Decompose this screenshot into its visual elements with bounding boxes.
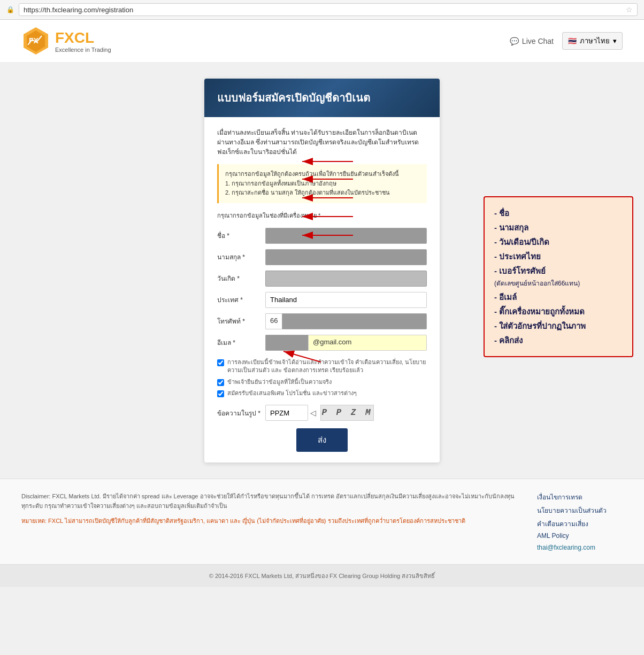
url-text: https://th.fxclearing.com/registration	[24, 6, 133, 14]
annotation-box: - ชื่อ - นามสกุล - วัน/เดือน/ปีเกิด - ปร…	[484, 196, 633, 357]
form-body: เมื่อท่านลงทะเบียนเสร็จสิ้น ท่านจะได้รับ…	[204, 117, 440, 463]
first-name-input-filled	[265, 228, 427, 244]
email-suffix: @gmail.com	[308, 335, 427, 351]
email-row: อีเมล * @gmail.com	[217, 335, 427, 351]
captcha-input[interactable]	[265, 405, 308, 421]
logo-fxcl-text: FXCL	[55, 29, 111, 47]
url-bar[interactable]: https://th.fxclearing.com/registration ☆	[19, 3, 638, 16]
form-title: แบบฟอร์มสมัครเปิดบัญชีดาบิเนต	[204, 79, 440, 117]
last-name-input-filled	[265, 249, 427, 265]
dob-label: วันเกิด *	[217, 273, 265, 283]
phone-prefix: 66	[265, 313, 282, 329]
footer-link-trading-conditions[interactable]: เงื่อนไขการเทรด	[537, 492, 623, 502]
checkbox-confirm-label: ข้าพเจ้ายืนยันว่าข้อมูลที่ให้นี้เป็นความ…	[227, 378, 332, 386]
submit-button[interactable]: ส่ง	[296, 428, 348, 452]
footer-left: Disclaimer: FXCL Markets Ltd. มีรายได้จา…	[21, 492, 516, 551]
annotation-line-10: - คลิกส่ง	[494, 333, 623, 348]
flag-icon: 🇹🇭	[568, 37, 577, 45]
first-name-row: ชื่อ *	[217, 228, 427, 244]
logo-text: FXCL Excellence in Trading	[55, 29, 111, 53]
logo: FX FXCL Excellence in Trading	[21, 26, 111, 56]
chat-icon: 💬	[510, 37, 519, 45]
checkbox-promo[interactable]	[217, 390, 224, 397]
captcha-refresh-icon[interactable]: ◁	[310, 409, 316, 417]
lock-icon: 🔒	[6, 6, 14, 13]
phone-input-filled[interactable]	[282, 313, 427, 329]
last-name-row: นามสกุล *	[217, 249, 427, 265]
logo-tagline-text: Excellence in Trading	[55, 47, 111, 53]
lang-label: ภาษาไทย	[580, 35, 610, 47]
annotation-line-8: - ติ๊กเครื่องหมายถูกทั้งหมด	[494, 304, 623, 319]
dob-row: วันเกิด *	[217, 271, 427, 287]
form-intro-text: เมื่อท่านลงทะเบียนเสร็จสิ้น ท่านจะได้รับ…	[217, 128, 427, 157]
checkbox-confirm[interactable]	[217, 379, 224, 386]
captcha-image: P P Z M	[320, 405, 374, 421]
warning-line3: 2. กรุณาสะกดชื่อ นามสกุล ให้ถูกต้องตามที…	[225, 188, 420, 198]
captcha-label: ข้อความในรูป *	[217, 408, 265, 418]
email-input-filled[interactable]	[265, 335, 308, 351]
annotation-line-5: - เบอร์โทรศัพย์	[494, 264, 623, 278]
country-row: ประเทศ *	[217, 292, 427, 308]
checkbox-terms-label: การลงทะเบียนนี้ข้าพเจ้าได้อ่านและทำความเ…	[227, 358, 427, 375]
logo-icon: FX	[21, 26, 51, 56]
email-input-group: @gmail.com	[265, 335, 427, 351]
country-input[interactable]	[265, 292, 427, 308]
browser-bar: 🔒 https://th.fxclearing.com/registration…	[0, 0, 644, 20]
live-chat-button[interactable]: 💬 Live Chat	[510, 37, 554, 45]
footer-link-aml[interactable]: AML Policy	[537, 532, 623, 540]
footer-content: Disclaimer: FXCL Markets Ltd. มีรายได้จา…	[21, 492, 623, 551]
footer-note: หมายเหต: FXCL ไม่สามารถเปิดบัญชีให้กับลู…	[21, 517, 516, 526]
main-content: แบบฟอร์มสมัครเปิดบัญชีดาบิเนต เมื่อท่านล…	[0, 63, 644, 479]
live-chat-label: Live Chat	[522, 37, 554, 45]
footer-copyright: © 2014-2016 FXCL Markets Ltd, ส่วนหนึ่งข…	[0, 564, 644, 587]
language-selector[interactable]: 🇹🇭 ภาษาไทย ▾	[562, 32, 623, 50]
star-icon[interactable]: ☆	[626, 5, 633, 14]
footer-disclaimer: Disclaimer: FXCL Markets Ltd. มีรายได้จา…	[21, 492, 516, 511]
first-name-label: ชื่อ *	[217, 230, 265, 241]
checkbox-row-2: ข้าพเจ้ายืนยันว่าข้อมูลที่ให้นี้เป็นความ…	[217, 378, 427, 386]
warning-line1: กรุณากรอกข้อมูลให้ถูกต้องครบถ้วนเพื่อให้…	[225, 169, 420, 179]
annotation-line-9: - ใส่ตัวอักษรที่ปากฏในภาพ	[494, 319, 623, 333]
phone-input-group: 66	[265, 313, 427, 329]
annotation-line-1: - ชื่อ	[494, 206, 623, 220]
dob-input-filled	[265, 271, 427, 287]
annotation-line-6: (ตัดเลขศูนย์หน้าออกใส่66แทน)	[494, 278, 623, 290]
email-label: อีเมล *	[217, 337, 265, 348]
registration-form: แบบฟอร์มสมัครเปิดบัญชีดาบิเนต เมื่อท่านล…	[204, 79, 440, 463]
footer-link-privacy[interactable]: นโยบายความเป็นส่วนตัว	[537, 505, 623, 515]
warning-box: กรุณากรอกข้อมูลให้ถูกต้องครบถ้วนเพื่อให้…	[217, 164, 427, 203]
country-label: ประเทศ *	[217, 295, 265, 305]
annotation-line-4: - ประเทศไทย	[494, 249, 623, 264]
checkbox-row-1: การลงทะเบียนนี้ข้าพเจ้าได้อ่านและทำความเ…	[217, 358, 427, 375]
phone-row: โทรศัพท์ * 66	[217, 313, 427, 329]
warning-line2: 1. กรุณากรอกข้อมูลทั้งหมดเป็นภาษาอังกฤษ	[225, 179, 420, 189]
checkbox-section: การลงทะเบียนนี้ข้าพเจ้าได้อ่านและทำความเ…	[217, 358, 427, 398]
phone-label: โทรศัพท์ *	[217, 316, 265, 326]
footer-right: เงื่อนไขการเทรด นโยบายความเป็นส่วนตัว คำ…	[537, 492, 623, 551]
footer: Disclaimer: FXCL Markets Ltd. มีรายได้จา…	[0, 479, 644, 564]
last-name-label: นามสกุล *	[217, 252, 265, 262]
checkbox-terms[interactable]	[217, 359, 224, 366]
annotation-line-3: - วัน/เดือน/ปีเกิด	[494, 235, 623, 249]
site-header: FX FXCL Excellence in Trading 💬 Live Cha…	[0, 20, 644, 63]
checkbox-row-3: สมัครรับข้อเสนอพิเศษ โปรโมชั่น และข่าวสา…	[217, 389, 427, 397]
captcha-row: ข้อความในรูป * ◁ P P Z M	[217, 405, 427, 421]
footer-link-risk[interactable]: คำเตือนความเสี่ยง	[537, 519, 623, 529]
header-right: 💬 Live Chat 🇹🇭 ภาษาไทย ▾	[510, 32, 623, 50]
annotation-line-2: - นามสกุล	[494, 220, 623, 235]
captcha-display-text: P P Z M	[321, 408, 372, 418]
checkbox-promo-label: สมัครรับข้อเสนอพิเศษ โปรโมชั่น และข่าวสา…	[227, 389, 357, 397]
footer-email: thai@fxclearing.com	[537, 544, 623, 551]
required-note: กรุณากรอกข้อมูลในช่องที่มีเครื่องหมาย *	[217, 211, 427, 220]
annotation-line-7: - อีเมล์	[494, 290, 623, 304]
chevron-down-icon: ▾	[613, 37, 617, 45]
